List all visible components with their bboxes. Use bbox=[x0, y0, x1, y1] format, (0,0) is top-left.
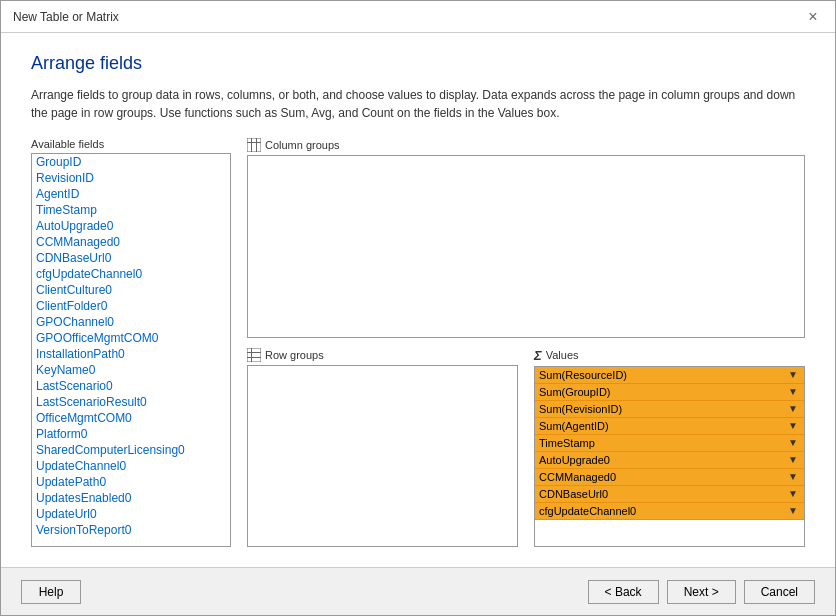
list-item[interactable]: OfficeMgmtCOM0 bbox=[32, 410, 230, 426]
sigma-icon: Σ bbox=[534, 348, 542, 363]
row-groups-label: Row groups bbox=[247, 348, 518, 362]
value-item-text: Sum(GroupID) bbox=[539, 386, 786, 398]
value-item-text: CCMManaged0 bbox=[539, 471, 786, 483]
next-button[interactable]: Next > bbox=[667, 580, 736, 604]
panels-row: Available fields GroupIDRevisionIDAgentI… bbox=[31, 138, 805, 547]
help-button[interactable]: Help bbox=[21, 580, 81, 604]
value-item[interactable]: Sum(ResourceID)▼ bbox=[535, 367, 804, 384]
page-heading: Arrange fields bbox=[31, 53, 805, 74]
list-item[interactable]: LastScenario0 bbox=[32, 378, 230, 394]
list-item[interactable]: AutoUpgrade0 bbox=[32, 218, 230, 234]
value-item-dropdown-btn[interactable]: ▼ bbox=[786, 488, 800, 499]
values-listbox[interactable]: Sum(ResourceID)▼Sum(GroupID)▼Sum(Revisio… bbox=[534, 366, 805, 548]
list-item[interactable]: InstallationPath0 bbox=[32, 346, 230, 362]
svg-rect-4 bbox=[247, 348, 261, 362]
list-item[interactable]: CCMManaged0 bbox=[32, 234, 230, 250]
value-item-text: cfgUpdateChannel0 bbox=[539, 505, 786, 517]
row-groups-panel: Row groups bbox=[247, 348, 518, 548]
value-item-dropdown-btn[interactable]: ▼ bbox=[786, 471, 800, 482]
list-item[interactable]: VersionToReport0 bbox=[32, 522, 230, 538]
value-item[interactable]: CCMManaged0▼ bbox=[535, 469, 804, 486]
column-groups-icon bbox=[247, 138, 261, 152]
back-button[interactable]: < Back bbox=[588, 580, 659, 604]
values-label: Σ Values bbox=[534, 348, 805, 363]
dialog-container: New Table or Matrix × Arrange fields Arr… bbox=[0, 0, 836, 616]
list-item[interactable]: TimeStamp bbox=[32, 202, 230, 218]
row-groups-dropbox[interactable] bbox=[247, 365, 518, 548]
value-item-dropdown-btn[interactable]: ▼ bbox=[786, 420, 800, 431]
footer: Help < Back Next > Cancel bbox=[1, 567, 835, 615]
list-item[interactable]: UpdatesEnabled0 bbox=[32, 490, 230, 506]
value-item[interactable]: TimeStamp▼ bbox=[535, 435, 804, 452]
value-item-dropdown-btn[interactable]: ▼ bbox=[786, 454, 800, 465]
svg-rect-0 bbox=[247, 138, 261, 152]
list-item[interactable]: Platform0 bbox=[32, 426, 230, 442]
list-item[interactable]: RevisionID bbox=[32, 170, 230, 186]
list-item[interactable]: KeyName0 bbox=[32, 362, 230, 378]
content-area: Arrange fields Arrange fields to group d… bbox=[1, 33, 835, 567]
value-item[interactable]: Sum(GroupID)▼ bbox=[535, 384, 804, 401]
value-item[interactable]: Sum(AgentID)▼ bbox=[535, 418, 804, 435]
value-item-text: TimeStamp bbox=[539, 437, 786, 449]
value-item-text: Sum(RevisionID) bbox=[539, 403, 786, 415]
value-item[interactable]: cfgUpdateChannel0▼ bbox=[535, 503, 804, 520]
value-item-dropdown-btn[interactable]: ▼ bbox=[786, 403, 800, 414]
list-item[interactable]: UpdatePath0 bbox=[32, 474, 230, 490]
list-item[interactable]: GPOOfficeMgmtCOM0 bbox=[32, 330, 230, 346]
value-item[interactable]: CDNBaseUrl0▼ bbox=[535, 486, 804, 503]
list-item[interactable]: UpdateUrl0 bbox=[32, 506, 230, 522]
list-item[interactable]: GPOChannel0 bbox=[32, 314, 230, 330]
value-item-text: CDNBaseUrl0 bbox=[539, 488, 786, 500]
value-item-dropdown-btn[interactable]: ▼ bbox=[786, 369, 800, 380]
value-item[interactable]: Sum(RevisionID)▼ bbox=[535, 401, 804, 418]
list-item[interactable]: AgentID bbox=[32, 186, 230, 202]
value-item[interactable]: AutoUpgrade0▼ bbox=[535, 452, 804, 469]
cancel-button[interactable]: Cancel bbox=[744, 580, 815, 604]
footer-right-buttons: < Back Next > Cancel bbox=[588, 580, 815, 604]
value-item-text: AutoUpgrade0 bbox=[539, 454, 786, 466]
value-item-dropdown-btn[interactable]: ▼ bbox=[786, 386, 800, 397]
list-item[interactable]: LastScenarioResult0 bbox=[32, 394, 230, 410]
list-item[interactable]: SharedComputerLicensing0 bbox=[32, 442, 230, 458]
list-item[interactable]: ClientFolder0 bbox=[32, 298, 230, 314]
value-item-dropdown-btn[interactable]: ▼ bbox=[786, 437, 800, 448]
bottom-panels: Row groups Σ Values Sum(ResourceID)▼Sum(… bbox=[247, 348, 805, 548]
row-groups-icon bbox=[247, 348, 261, 362]
available-fields-label: Available fields bbox=[31, 138, 231, 150]
value-item-text: Sum(AgentID) bbox=[539, 420, 786, 432]
list-item[interactable]: cfgUpdateChannel0 bbox=[32, 266, 230, 282]
title-bar: New Table or Matrix × bbox=[1, 1, 835, 33]
list-item[interactable]: CDNBaseUrl0 bbox=[32, 250, 230, 266]
list-item[interactable]: UpdateChannel0 bbox=[32, 458, 230, 474]
list-item[interactable]: GroupID bbox=[32, 154, 230, 170]
close-button[interactable]: × bbox=[803, 7, 823, 27]
right-panels: Column groups bbox=[247, 138, 805, 547]
column-groups-dropbox[interactable] bbox=[247, 155, 805, 338]
available-fields-listbox[interactable]: GroupIDRevisionIDAgentIDTimeStampAutoUpg… bbox=[31, 153, 231, 547]
dialog-title: New Table or Matrix bbox=[13, 10, 119, 24]
value-item-text: Sum(ResourceID) bbox=[539, 369, 786, 381]
value-item-dropdown-btn[interactable]: ▼ bbox=[786, 505, 800, 516]
description: Arrange fields to group data in rows, co… bbox=[31, 86, 805, 122]
available-fields-panel: Available fields GroupIDRevisionIDAgentI… bbox=[31, 138, 231, 547]
column-groups-label: Column groups bbox=[247, 138, 805, 152]
column-groups-panel: Column groups bbox=[247, 138, 805, 338]
values-panel: Σ Values Sum(ResourceID)▼Sum(GroupID)▼Su… bbox=[534, 348, 805, 548]
list-item[interactable]: ClientCulture0 bbox=[32, 282, 230, 298]
